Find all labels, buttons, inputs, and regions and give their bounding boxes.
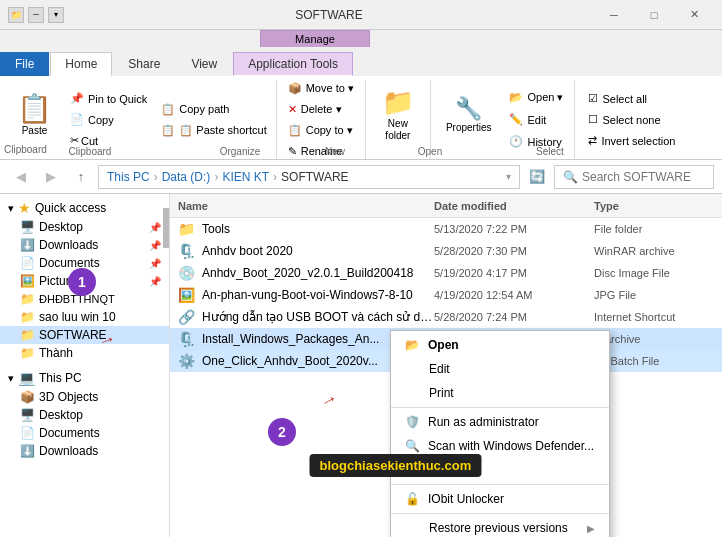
new-folder-button[interactable]: 📁 Newfolder bbox=[372, 82, 424, 146]
main-area: ▾ ★ Quick access 🖥️ Desktop 📌 ⬇️ Downloa… bbox=[0, 194, 722, 537]
file-row[interactable]: 🔗 Hướng dẫn tạo USB BOOT và cách sử dụng… bbox=[170, 306, 722, 328]
tab-file[interactable]: File bbox=[0, 52, 49, 76]
window-title: SOFTWARE bbox=[64, 8, 594, 22]
ctx-print-label: Print bbox=[429, 386, 454, 400]
history-button[interactable]: 🕐 History bbox=[504, 132, 568, 151]
ctx-restore-arrow: ▶ bbox=[587, 523, 595, 534]
ctx-edit-label: Edit bbox=[429, 362, 450, 376]
nav-3d[interactable]: 📦 3D Objects bbox=[0, 388, 169, 406]
file-type-anhdv: WinRAR archive bbox=[594, 245, 714, 257]
nav-downloads[interactable]: ⬇️ Downloads 📌 bbox=[0, 236, 169, 254]
nav-thanh[interactable]: 📁 Thành bbox=[0, 344, 169, 362]
ctx-print[interactable]: Print bbox=[391, 381, 609, 405]
file-name-huong: Hướng dẫn tạo USB BOOT và cách sử dụng U… bbox=[202, 310, 434, 324]
nav-sao-luu[interactable]: 📁 sao luu win 10 bbox=[0, 308, 169, 326]
tab-app-tools[interactable]: Application Tools bbox=[233, 52, 353, 76]
nav-pc-documents[interactable]: 📄 Documents bbox=[0, 424, 169, 442]
nav-software[interactable]: 📁 SOFTWARE bbox=[0, 326, 169, 344]
ctx-run-admin[interactable]: 🛡️ Run as administrator bbox=[391, 410, 609, 434]
path-item-1[interactable]: This PC bbox=[107, 170, 150, 184]
file-icon-anhdv2: 💿 bbox=[178, 265, 196, 281]
forward-button[interactable]: ▶ bbox=[38, 165, 64, 189]
cut-button[interactable]: ✂ Cut bbox=[65, 131, 152, 150]
address-path[interactable]: This PC › Data (D:) › KIEN KT › SOFTWARE… bbox=[98, 165, 520, 189]
nav-pc-downloads[interactable]: ⬇️ Downloads bbox=[0, 442, 169, 460]
back-button[interactable]: ◀ bbox=[8, 165, 34, 189]
ctx-sep-2 bbox=[391, 484, 609, 485]
nav-desktop[interactable]: 🖥️ Desktop 📌 bbox=[0, 218, 169, 236]
badge-2: 2 bbox=[268, 418, 296, 446]
select-none-button[interactable]: ☐ Select none bbox=[583, 110, 680, 129]
file-date-anhdv: 5/28/2020 7:30 PM bbox=[434, 245, 594, 257]
ctx-open[interactable]: 📂 Open bbox=[391, 333, 609, 357]
ctx-sep-1 bbox=[391, 407, 609, 408]
tab-share[interactable]: Share bbox=[113, 52, 175, 76]
path-dropdown[interactable]: ▾ bbox=[506, 171, 511, 182]
cut-icon: ✂ bbox=[70, 134, 79, 147]
file-type-an: JPG File bbox=[594, 289, 714, 301]
sao-luu-icon: 📁 bbox=[20, 310, 35, 324]
maximize-button[interactable]: □ bbox=[634, 0, 674, 30]
invert-selection-button[interactable]: ⇄ Invert selection bbox=[583, 131, 680, 150]
scrollbar-thumb[interactable] bbox=[163, 208, 169, 248]
path-item-2[interactable]: Data (D:) bbox=[162, 170, 211, 184]
3d-icon: 📦 bbox=[20, 390, 35, 404]
this-pc-expand: ▾ bbox=[8, 372, 14, 385]
file-date-anhdv2: 5/19/2020 4:17 PM bbox=[434, 267, 594, 279]
file-row[interactable]: 📁 Tools 5/13/2020 7:22 PM File folder bbox=[170, 218, 722, 240]
downloads-icon: ⬇️ bbox=[20, 238, 35, 252]
file-type-huong: Internet Shortcut bbox=[594, 311, 714, 323]
select-all-button[interactable]: ☑ Select all bbox=[583, 89, 680, 108]
pc-downloads-label: Downloads bbox=[39, 444, 98, 458]
search-input[interactable] bbox=[582, 170, 705, 184]
open-group: 🔧 Properties 📂 Open ▾ ✏️ Edit 🕐 History bbox=[431, 80, 576, 159]
open-button-small[interactable]: 📂 Open ▾ bbox=[504, 88, 568, 107]
paste-shortcut-button[interactable]: 📋 📋 Paste shortcut bbox=[156, 121, 271, 140]
edit-icon: ✏️ bbox=[509, 113, 523, 126]
rename-icon: ✎ bbox=[288, 145, 297, 158]
copy-to-button[interactable]: 📋 Copy to ▾ bbox=[283, 121, 359, 140]
organize-group: 📦 Move to ▾ ✕ Delete ▾ 📋 Copy to ▾ ✎ Ren… bbox=[277, 80, 366, 159]
file-row[interactable]: 🖼️ An-phan-vung-Boot-voi-Windows7-8-10 4… bbox=[170, 284, 722, 306]
move-to-button[interactable]: 📦 Move to ▾ bbox=[283, 79, 359, 98]
delete-icon: ✕ bbox=[288, 103, 297, 116]
path-item-4: SOFTWARE bbox=[281, 170, 349, 184]
ctx-restore[interactable]: Restore previous versions ▶ bbox=[391, 516, 609, 537]
3d-label: 3D Objects bbox=[39, 390, 98, 404]
minimize-button[interactable]: ─ bbox=[594, 0, 634, 30]
clipboard-group: 📋 Paste 📌 Pin to Quick 📄 Copy ✂ Cut 📋 Co… bbox=[4, 80, 277, 159]
properties-button[interactable]: 🔧 Properties bbox=[437, 82, 501, 146]
copy-path-button[interactable]: 📋 Copy path bbox=[156, 100, 271, 119]
up-button[interactable]: ↑ bbox=[68, 165, 94, 189]
paste-button[interactable]: 📋 Paste bbox=[8, 82, 61, 146]
file-icon-install: 🗜️ bbox=[178, 331, 196, 347]
file-type-install: R archive bbox=[594, 333, 714, 345]
edit-button[interactable]: ✏️ Edit bbox=[504, 110, 568, 129]
ctx-restore-label: Restore previous versions bbox=[429, 521, 568, 535]
refresh-button[interactable]: 🔄 bbox=[524, 165, 550, 189]
this-pc-header[interactable]: ▾ 💻 This PC bbox=[0, 368, 169, 388]
path-sep-1: › bbox=[154, 170, 158, 184]
delete-button[interactable]: ✕ Delete ▾ bbox=[283, 100, 359, 119]
tab-view[interactable]: View bbox=[176, 52, 232, 76]
pin-to-quick-button[interactable]: 📌 Pin to Quick bbox=[65, 89, 152, 108]
this-pc-label: This PC bbox=[39, 371, 82, 385]
ctx-scan-label: Scan with Windows Defender... bbox=[428, 439, 594, 453]
close-button[interactable]: ✕ bbox=[674, 0, 714, 30]
quick-access-header[interactable]: ▾ ★ Quick access bbox=[0, 198, 169, 218]
nav-pc-desktop[interactable]: 🖥️ Desktop bbox=[0, 406, 169, 424]
col-name[interactable]: Name bbox=[178, 200, 434, 212]
path-item-3[interactable]: KIEN KT bbox=[222, 170, 269, 184]
properties-label: Properties bbox=[446, 122, 492, 133]
tab-home[interactable]: Home bbox=[50, 52, 112, 76]
copy-button[interactable]: 📄 Copy bbox=[65, 110, 152, 129]
file-icon-anhdv: 🗜️ bbox=[178, 243, 196, 259]
file-row[interactable]: 🗜️ Anhdv boot 2020 5/28/2020 7:30 PM Win… bbox=[170, 240, 722, 262]
col-type[interactable]: Type bbox=[594, 200, 714, 212]
rename-button[interactable]: ✎ Rename bbox=[283, 142, 359, 161]
downloads-label: Downloads bbox=[39, 238, 98, 252]
file-row[interactable]: 💿 Anhdv_Boot_2020_v2.0.1_Build200418 5/1… bbox=[170, 262, 722, 284]
col-date[interactable]: Date modified bbox=[434, 200, 594, 212]
ctx-iobit[interactable]: 🔓 IObit Unlocker bbox=[391, 487, 609, 511]
ctx-edit[interactable]: Edit bbox=[391, 357, 609, 381]
